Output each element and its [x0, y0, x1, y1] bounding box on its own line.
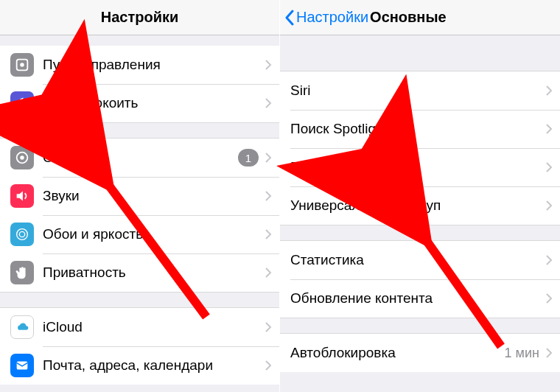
row-label: Статистика: [290, 252, 545, 268]
row-label: Пункт управления: [43, 57, 265, 73]
svg-point-4: [17, 229, 28, 240]
settings-right-pane: Настройки Основные Siri Поиск Spotlight …: [280, 0, 560, 392]
row-label: Не беспокоить: [43, 95, 265, 111]
row-label: Размер текста: [290, 159, 545, 175]
row-label: Основные: [43, 150, 238, 166]
chevron-right-icon: [545, 85, 553, 97]
row-label: Почта, адреса, календари: [43, 357, 265, 374]
chevron-right-icon: [265, 190, 272, 202]
chevron-right-icon: [265, 152, 272, 164]
svg-rect-6: [17, 362, 28, 370]
navbar-left: Настройки: [0, 0, 279, 35]
row-mail[interactable]: Почта, адреса, календари: [0, 346, 279, 385]
settings-group: Основные 1 Звуки Обои и яркость: [0, 138, 279, 293]
row-do-not-disturb[interactable]: Не беспокоить: [0, 84, 279, 122]
chevron-right-icon: [265, 267, 272, 279]
chevron-right-icon: [545, 200, 553, 211]
row-privacy[interactable]: Приватность: [0, 253, 279, 292]
hand-icon: [10, 261, 34, 284]
svg-point-3: [20, 155, 24, 160]
row-control-center[interactable]: Пункт управления: [0, 46, 279, 84]
settings-group: Пункт управления Не беспокоить: [0, 46, 279, 123]
row-general[interactable]: Основные 1: [0, 139, 279, 177]
chevron-right-icon: [545, 123, 553, 135]
moon-icon: [10, 91, 34, 115]
general-group: Статистика Обновление контента: [280, 240, 560, 318]
chevron-right-icon: [545, 347, 553, 359]
row-sounds[interactable]: Звуки: [0, 177, 279, 215]
chevron-right-icon: [265, 59, 272, 71]
chevron-right-icon: [265, 360, 272, 371]
row-label: Приватность: [43, 265, 265, 281]
nav-title-right: Основные: [370, 9, 447, 26]
row-accessibility[interactable]: Универсальный доступ: [280, 186, 560, 225]
back-button[interactable]: Настройки: [280, 9, 368, 26]
row-autolock[interactable]: Автоблокировка 1 мин: [280, 334, 560, 372]
chevron-right-icon: [265, 321, 272, 333]
row-label: Обновление контента: [290, 290, 545, 307]
row-label: Siri: [290, 83, 545, 99]
row-label: Звуки: [43, 188, 265, 204]
row-spotlight[interactable]: Поиск Spotlight: [280, 110, 560, 148]
settings-left-pane: Настройки Пункт управления Не беспокоить: [0, 0, 280, 392]
navbar-right: Настройки Основные: [280, 0, 560, 35]
row-wallpaper[interactable]: Обои и яркость: [0, 215, 279, 253]
row-siri[interactable]: Siri: [280, 71, 560, 110]
general-group: Siri Поиск Spotlight Размер текста Униве…: [280, 71, 560, 225]
badge: 1: [238, 149, 259, 167]
row-detail: 1 мин: [505, 346, 539, 361]
row-icloud[interactable]: iCloud: [0, 308, 279, 346]
chevron-right-icon: [265, 97, 272, 109]
row-label: iCloud: [43, 319, 265, 335]
settings-group: iCloud Почта, адреса, календари: [0, 307, 279, 385]
row-label: Автоблокировка: [290, 345, 505, 361]
general-group: Автоблокировка 1 мин: [280, 333, 560, 372]
chevron-right-icon: [545, 293, 553, 304]
back-label: Настройки: [296, 9, 368, 26]
control-center-icon: [10, 53, 34, 77]
row-usage[interactable]: Статистика: [280, 241, 560, 279]
row-text-size[interactable]: Размер текста: [280, 148, 560, 186]
row-label: Поиск Spotlight: [290, 121, 545, 137]
chevron-right-icon: [545, 161, 553, 173]
row-label: Обои и яркость: [43, 226, 265, 242]
row-background-refresh[interactable]: Обновление контента: [280, 279, 560, 318]
gear-icon: [10, 146, 34, 169]
row-label: Универсальный доступ: [290, 197, 545, 214]
sound-icon: [10, 184, 34, 208]
svg-point-1: [20, 63, 24, 67]
svg-point-5: [19, 231, 24, 237]
mail-icon: [10, 354, 34, 377]
cloud-icon: [10, 315, 34, 339]
chevron-right-icon: [265, 228, 272, 240]
nav-title-left: Настройки: [0, 9, 279, 26]
wallpaper-icon: [10, 223, 34, 246]
chevron-right-icon: [545, 254, 553, 266]
